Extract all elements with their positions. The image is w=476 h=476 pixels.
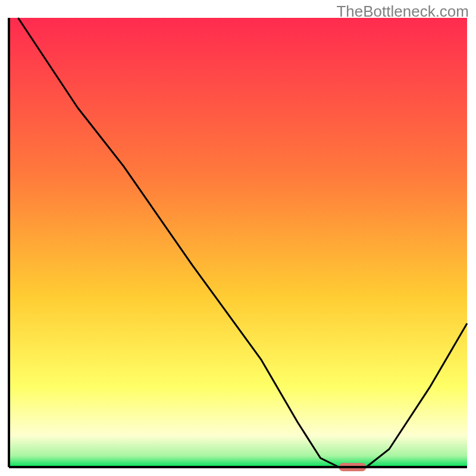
watermark-text: TheBottleneck.com: [336, 2, 469, 21]
gradient-background: [9, 18, 467, 467]
chart-container: TheBottleneck.com: [0, 0, 476, 476]
bottleneck-chart: [0, 0, 476, 476]
